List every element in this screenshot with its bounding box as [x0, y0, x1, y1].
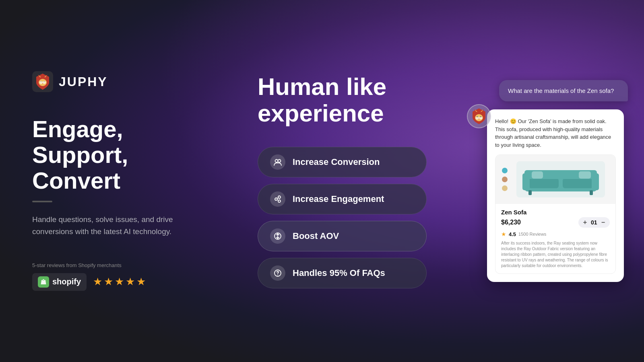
product-description: After its success indoors, the Ray seati… — [501, 241, 610, 269]
color-dot-2[interactable] — [502, 177, 508, 182]
product-price: $6,230 — [501, 219, 521, 226]
stars-row: ★ ★ ★ ★ ★ — [93, 276, 146, 288]
review-count: 1500 Reviews — [518, 232, 546, 237]
faqs-icon — [270, 265, 285, 281]
divider — [32, 201, 52, 202]
rating-value: 4.5 — [509, 231, 516, 237]
fox-avatar — [467, 104, 491, 128]
svg-line-17 — [277, 198, 279, 199]
brand-name: JUPHY — [59, 74, 108, 89]
faqs-label: Handles 95% Of FAQs — [293, 268, 385, 278]
feature-btn-aov[interactable]: Boost AOV — [258, 221, 427, 251]
svg-point-9 — [39, 81, 43, 84]
center-heading: Human like experience — [258, 74, 459, 127]
right-panel: What are the materials of the Zen sofa? — [467, 0, 644, 362]
star-2: ★ — [104, 276, 113, 288]
color-dots — [502, 168, 508, 191]
svg-point-10 — [43, 81, 46, 84]
star-1: ★ — [93, 276, 102, 288]
fox-logo-icon — [32, 71, 53, 92]
center-panel: Human like experience Increase Conversio… — [233, 0, 467, 362]
shopify-label: shopify — [52, 277, 81, 286]
svg-rect-41 — [579, 171, 591, 179]
shopify-badge: shopify — [32, 273, 87, 291]
product-name: Zen Sofa — [501, 209, 610, 216]
star-3: ★ — [115, 276, 124, 288]
star-4: ★ — [126, 276, 135, 288]
shopify-icon — [38, 276, 49, 288]
svg-line-18 — [277, 200, 279, 201]
left-panel: JUPHY Engage, Support, Convert Handle qu… — [0, 0, 233, 362]
svg-rect-39 — [528, 190, 532, 195]
qty-control: + 01 − — [578, 217, 610, 228]
subtext: Handle questions, solve issues, and driv… — [32, 214, 185, 238]
product-info: Zen Sofa $6,230 + 01 − ★ 4.5 — [495, 204, 615, 274]
product-price-row: $6,230 + 01 − — [501, 217, 610, 228]
star-5: ★ — [136, 276, 146, 288]
engagement-icon — [270, 191, 285, 207]
svg-rect-42 — [532, 171, 543, 179]
aov-label: Boost AOV — [293, 231, 339, 241]
ai-response-text: Hello! 😊 Our 'Zen Sofa' is made from sol… — [495, 117, 616, 149]
svg-point-31 — [479, 117, 483, 119]
feature-btn-faqs[interactable]: Handles 95% Of FAQs — [258, 258, 427, 288]
headline: Engage, Support, Convert — [32, 116, 201, 193]
user-message-bubble: What are the materials of the Zen sofa? — [499, 80, 628, 101]
reviews-label: 5-star reviews from Shopify merchants — [32, 262, 201, 268]
engagement-label: Increase Engagement — [293, 194, 384, 204]
svg-rect-35 — [563, 178, 593, 188]
feature-buttons: Increase Conversion Increase Engagement — [258, 147, 427, 288]
rating-row: ★ 4.5 1500 Reviews — [501, 231, 610, 237]
conversion-label: Increase Conversion — [293, 157, 380, 167]
svg-rect-34 — [528, 178, 559, 188]
color-dot-3[interactable] — [502, 185, 508, 191]
feature-btn-engagement[interactable]: Increase Engagement — [258, 184, 427, 214]
heading-line1: Human like — [258, 74, 459, 100]
sofa-illustration — [512, 161, 609, 197]
ai-response-card: Hello! 😊 Our 'Zen Sofa' is made from sol… — [487, 109, 624, 282]
qty-value: 01 — [591, 219, 597, 226]
feature-btn-conversion[interactable]: Increase Conversion — [258, 147, 427, 177]
product-card: Zen Sofa $6,230 + 01 − ★ 4.5 — [495, 154, 616, 274]
qty-decrease-btn[interactable]: + — [583, 219, 587, 226]
heading-line2: experience — [258, 100, 459, 127]
headline-line3: Convert — [32, 168, 201, 193]
svg-point-21 — [277, 275, 278, 276]
svg-point-13 — [278, 160, 281, 162]
svg-rect-38 — [592, 173, 599, 190]
qty-increase-btn[interactable]: − — [601, 219, 605, 226]
aov-icon — [270, 228, 285, 244]
headline-line2: Support, — [32, 142, 201, 168]
svg-point-12 — [275, 160, 278, 162]
svg-point-14 — [275, 198, 277, 200]
svg-rect-37 — [522, 173, 530, 190]
chat-container: What are the materials of the Zen sofa? — [475, 80, 628, 282]
product-image-area — [495, 155, 615, 204]
page-container: JUPHY Engage, Support, Convert Handle qu… — [0, 0, 644, 362]
svg-point-30 — [475, 117, 479, 119]
svg-rect-40 — [590, 190, 593, 195]
conversion-icon — [270, 154, 285, 170]
shopify-row: shopify ★ ★ ★ ★ ★ — [32, 273, 201, 291]
headline-line1: Engage, — [32, 116, 201, 142]
color-dot-1[interactable] — [502, 168, 508, 173]
rating-star: ★ — [501, 231, 506, 237]
logo-area: JUPHY — [32, 71, 201, 92]
user-message-text: What are the materials of the Zen sofa? — [508, 87, 614, 94]
